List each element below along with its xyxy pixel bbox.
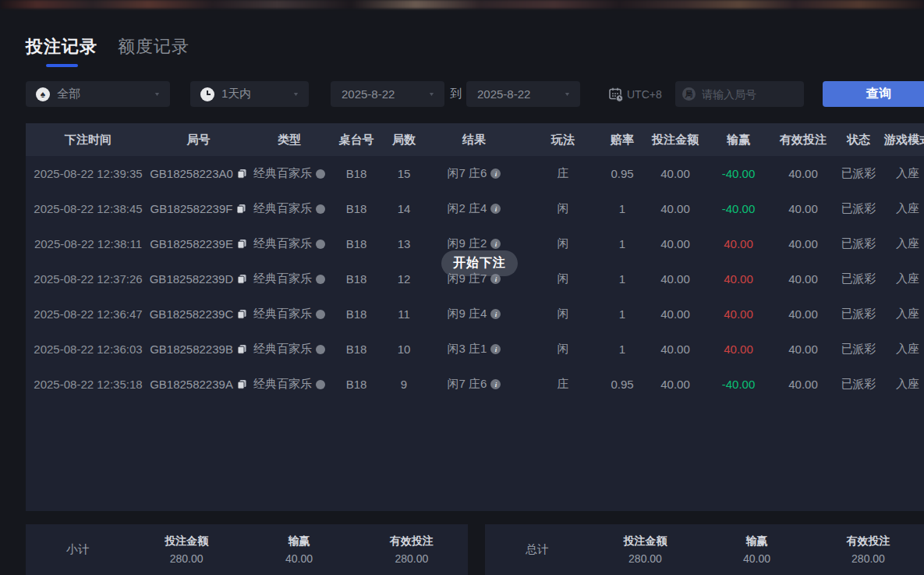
col-play: 玩法: [521, 133, 605, 147]
valid-bet: 40.00: [766, 343, 841, 356]
date-from-picker[interactable]: 2025-8-22 ▼: [331, 81, 444, 107]
query-button[interactable]: 查询: [823, 81, 924, 107]
date-range-to-label: 到: [450, 81, 462, 107]
shoe-round: 12: [381, 272, 427, 286]
tab-quota-records-label: 额度记录: [118, 35, 189, 59]
game-mode: 入座: [876, 307, 924, 321]
game-type-dot-icon: [316, 275, 325, 284]
bet-amount: 40.00: [639, 167, 711, 180]
table-no: B18: [332, 378, 381, 391]
info-icon[interactable]: i: [490, 379, 501, 389]
table-header-row: 下注时间 局号 类型 桌台号 局数 结果 玩法 赔率 投注金额 输赢 有效投注 …: [26, 123, 924, 156]
result-cell: 闲7 庄6 i: [427, 377, 521, 392]
game-mode: 入座: [876, 201, 924, 216]
result: 闲9 庄4: [448, 307, 487, 321]
total-winloss-label: 输赢: [746, 534, 768, 548]
table-no: B18: [332, 237, 381, 250]
bet-amount: 40.00: [639, 307, 711, 321]
timezone-indicator[interactable]: UTC+8: [607, 81, 662, 107]
bet-time: 2025-08-22 12:38:11: [26, 237, 150, 250]
valid-bet: 40.00: [766, 202, 841, 215]
time-range-dropdown[interactable]: 1天内 ▼: [190, 81, 309, 107]
chevron-down-icon: ▼: [154, 91, 161, 98]
game-type: 经典百家乐: [253, 236, 312, 251]
date-to-picker[interactable]: 2025-8-22 ▼: [466, 81, 580, 107]
game-mode: 入座: [876, 377, 924, 392]
result-cell: 闲7 庄6 i: [427, 166, 521, 181]
subtotal-amount-label: 投注金额: [165, 534, 208, 548]
round-id: GB182582239C: [150, 307, 234, 321]
shoe-round: 10: [381, 343, 427, 356]
bet-time: 2025-08-22 12:39:35: [26, 167, 150, 180]
valid-bet: 40.00: [766, 237, 841, 250]
round-id: GB18258223A0: [150, 167, 233, 180]
game-type: 经典百家乐: [253, 377, 312, 392]
round-id: GB182582239D: [150, 272, 234, 286]
valid-bet: 40.00: [766, 307, 841, 321]
col-result: 结果: [427, 133, 521, 147]
info-icon[interactable]: i: [490, 169, 501, 179]
win-loss: -40.00: [711, 167, 766, 180]
play: 闲: [521, 307, 605, 321]
subtotal-validbet-label: 有效投注: [390, 534, 434, 548]
result: 闲3 庄1: [448, 342, 487, 357]
col-win-loss: 输赢: [711, 133, 766, 147]
table-no: B18: [332, 307, 381, 321]
copy-icon[interactable]: [237, 344, 247, 354]
bet-amount: 40.00: [639, 272, 711, 286]
game-type-dot-icon: [316, 310, 325, 319]
win-loss: 40.00: [711, 272, 766, 286]
game-type: 经典百家乐: [253, 272, 312, 286]
total-validbet: 有效投注 280.00: [812, 534, 924, 565]
time-range-value: 1天内: [221, 87, 251, 101]
round-id: GB182582239A: [150, 378, 233, 391]
status-badge: 已派彩: [841, 201, 876, 216]
bet-amount: 40.00: [639, 237, 711, 250]
col-bet-time: 下注时间: [26, 133, 150, 147]
game-type-dot-icon: [316, 380, 325, 389]
shoe-round: 9: [381, 378, 427, 391]
shoe-round: 13: [381, 237, 427, 250]
shoe-round: 11: [381, 307, 427, 321]
game-type-cell: 经典百家乐: [246, 236, 332, 251]
odds: 0.95: [605, 167, 639, 180]
info-icon[interactable]: i: [490, 344, 501, 354]
subtotal-winloss-value: 40.00: [285, 552, 313, 565]
info-icon[interactable]: i: [490, 309, 501, 319]
status-badge: 已派彩: [841, 307, 876, 321]
game-type-dropdown[interactable]: ♠ 全部 ▼: [26, 81, 170, 107]
result-cell: 闲2 庄4 i: [427, 201, 521, 216]
game-type-cell: 经典百家乐: [246, 201, 332, 216]
info-icon[interactable]: i: [490, 204, 501, 214]
round-id-cell: GB182582239F: [150, 202, 246, 215]
shoe-round: 14: [381, 202, 427, 215]
copy-icon[interactable]: [236, 204, 246, 214]
play: 闲: [521, 272, 605, 286]
copy-icon[interactable]: [237, 379, 247, 389]
bet-amount: 40.00: [639, 343, 711, 356]
round-id: GB182582239E: [150, 237, 233, 250]
col-table-no: 桌台号: [332, 133, 381, 147]
subtotal-amount-value: 280.00: [170, 552, 204, 565]
status-badge: 已派彩: [841, 236, 876, 251]
tab-quota-records[interactable]: 额度记录: [118, 35, 189, 67]
record-tabs: 投注记录 额度记录: [26, 35, 189, 67]
chevron-down-icon: ▼: [292, 91, 299, 98]
result: 闲2 庄4: [448, 201, 487, 216]
col-valid-bet: 有效投注: [766, 133, 841, 147]
round-number-search[interactable]: 局: [675, 81, 804, 107]
copy-icon[interactable]: [237, 239, 247, 249]
play: 庄: [521, 166, 605, 181]
round-number-input[interactable]: [702, 88, 796, 101]
game-mode: 入座: [876, 272, 924, 286]
tab-betting-records[interactable]: 投注记录: [26, 35, 97, 67]
info-icon[interactable]: i: [490, 239, 501, 249]
active-tab-underline: [46, 64, 78, 67]
table-body: 2025-08-22 12:39:35 GB18258223A0 经典百家乐 B…: [26, 156, 924, 511]
win-loss: -40.00: [711, 378, 766, 391]
copy-icon[interactable]: [237, 169, 247, 179]
odds: 1: [605, 202, 639, 215]
table-row: 2025-08-22 12:36:03 GB182582239B 经典百家乐 B…: [26, 332, 924, 367]
play: 闲: [521, 342, 605, 357]
total-amount: 投注金额 280.00: [589, 534, 701, 565]
